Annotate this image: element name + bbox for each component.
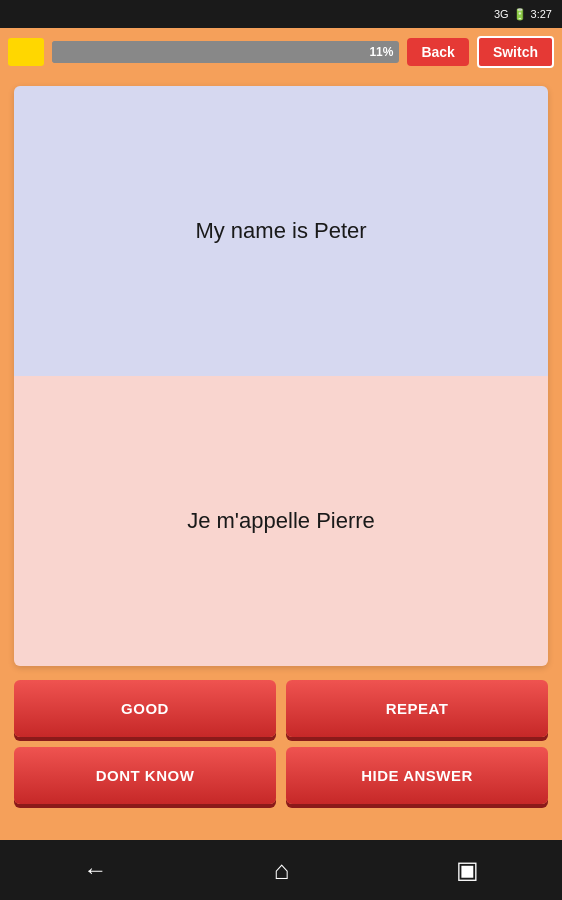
card-answer-text: Je m'appelle Pierre [187,508,375,534]
flashcard: My name is Peter Je m'appelle Pierre [14,86,548,666]
status-icons: 3G 🔋 3:27 [494,8,552,21]
bottom-nav-bar [0,840,562,900]
progress-icon [8,38,44,66]
battery-icon: 🔋 [513,8,527,21]
card-question-panel: My name is Peter [14,86,548,376]
card-answer-panel: Je m'appelle Pierre [14,376,548,666]
nav-recents-button[interactable] [456,856,479,884]
good-button[interactable]: GOOD [14,680,276,737]
time-display: 3:27 [531,8,552,20]
nav-home-button[interactable] [274,855,290,886]
progress-bar-container: 11% [52,41,399,63]
nav-back-button[interactable] [83,856,107,884]
top-bar: 11% Back Switch [0,28,562,76]
status-bar: 3G 🔋 3:27 [0,0,562,28]
repeat-button[interactable]: REPEAT [286,680,548,737]
card-question-text: My name is Peter [195,218,366,244]
dont-know-button[interactable]: DONT KNOW [14,747,276,804]
action-buttons: GOOD REPEAT DONT KNOW HIDE ANSWER [14,680,548,804]
progress-percent: 11% [369,45,393,59]
hide-answer-button[interactable]: HIDE ANSWER [286,747,548,804]
signal-icon: 3G [494,8,509,20]
back-button[interactable]: Back [407,38,468,66]
progress-bar-fill [52,41,90,63]
switch-button[interactable]: Switch [477,36,554,68]
